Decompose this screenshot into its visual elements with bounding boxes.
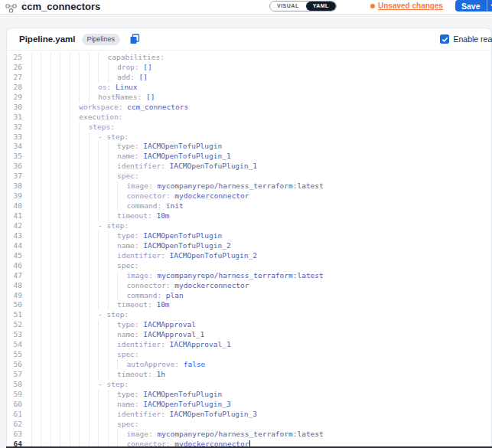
yaml-key: add:: [117, 73, 135, 83]
code-line[interactable]: 48connector: mydockerconnector: [7, 281, 491, 291]
code-line[interactable]: 25capabilities:: [7, 53, 491, 63]
indent-guide: [70, 211, 79, 221]
copy-icon[interactable]: [129, 34, 140, 44]
indent-guide: [31, 281, 41, 291]
indent-guide: [70, 330, 79, 340]
indent-guide: [41, 211, 50, 221]
line-number: 27: [7, 73, 22, 83]
code-line[interactable]: 50timeout: 10m: [7, 300, 491, 310]
indent-guide: [98, 330, 107, 340]
yaml-value: mycompanyrepo/harness_terraform:latest: [153, 430, 324, 440]
code-line[interactable]: 37spec:: [7, 172, 491, 181]
indent-guide: [79, 380, 88, 390]
code-line[interactable]: 34type: IACMOpenTofuPlugin: [7, 142, 491, 152]
indent-guide: [41, 73, 50, 83]
code-line[interactable]: 62spec:: [7, 420, 491, 430]
save-dropdown-button[interactable]: [487, 0, 492, 11]
code-line[interactable]: 43type: IACMOpenTofuPlugin: [7, 231, 491, 241]
indent-guide: [117, 271, 126, 281]
code-line[interactable]: 38image: mycompanyrepo/harness_terraform…: [7, 181, 491, 191]
indent-guide: [31, 63, 41, 73]
indent-guide: [89, 142, 98, 152]
indent-guide: [98, 53, 107, 63]
indent-guide: [51, 191, 60, 201]
indent-guide: [31, 300, 41, 310]
code-line[interactable]: 30workspace: ccm_connectors: [7, 103, 491, 113]
yaml-value: IACMApproval_1: [165, 340, 231, 350]
indent-guide: [89, 73, 98, 83]
code-line[interactable]: 40command: init: [7, 201, 491, 211]
code-line[interactable]: 36identifier: IACMOpenTofuPlugin_1: [7, 162, 491, 172]
code-line[interactable]: 35name: IACMOpenTofuPlugin_1: [7, 152, 491, 162]
code-line[interactable]: 41timeout: 10m: [7, 211, 491, 221]
code-line[interactable]: 59type: IACMOpenTofuPlugin: [7, 390, 491, 400]
code-line[interactable]: 26drop: []: [7, 63, 491, 73]
code-line[interactable]: 46spec:: [7, 261, 491, 271]
toggle-visual[interactable]: VISUAL: [270, 2, 306, 11]
code-line[interactable]: 29hostNames: []: [7, 93, 491, 103]
code-line[interactable]: 28os: Linux: [7, 83, 491, 93]
code-line[interactable]: 57timeout: 1h: [7, 370, 491, 380]
code-line[interactable]: 39connector: mydockerconnector: [7, 191, 491, 201]
code-line[interactable]: 49command: plan: [7, 291, 491, 301]
indent-guide: [79, 251, 88, 261]
code-line[interactable]: 42- step:: [7, 221, 491, 231]
indent-guide: [98, 400, 107, 410]
indent-guide: [31, 241, 41, 251]
line-number: 32: [7, 123, 22, 132]
indent-guide: [79, 132, 88, 142]
code-line[interactable]: 45identifier: IACMOpenTofuPlugin_2: [7, 251, 491, 261]
yaml-value: mydockerconnector: [171, 281, 249, 291]
code-line[interactable]: 31execution:: [7, 113, 491, 123]
indent-guide: [41, 370, 50, 380]
code-line[interactable]: 44name: IACMOpenTofuPlugin_2: [7, 241, 491, 251]
yaml-editor[interactable]: 25capabilities:26drop: []27add: []28os: …: [7, 51, 491, 448]
toggle-yaml[interactable]: YAML: [306, 2, 336, 11]
indent-guide: [60, 360, 69, 370]
indent-guide: [117, 181, 126, 191]
indent-guide: [31, 310, 41, 320]
indent-guide: [31, 211, 41, 221]
file-name-label: Pipeline.yaml: [19, 34, 76, 44]
code-line[interactable]: 53name: IACMApproval_1: [7, 330, 491, 340]
code-line[interactable]: 51- step:: [7, 310, 491, 320]
indent-guide: [89, 93, 98, 103]
code-line[interactable]: 58- step:: [7, 380, 491, 390]
indent-guide: [51, 271, 60, 281]
indent-guide: [79, 281, 88, 291]
line-number: 36: [7, 162, 22, 172]
yaml-value: 10m: [152, 300, 170, 310]
indent-guide: [79, 93, 88, 103]
code-line[interactable]: 47image: mycompanyrepo/harness_terraform…: [7, 271, 491, 281]
indent-guide: [41, 132, 50, 142]
indent-guide: [89, 281, 98, 291]
indent-guide: [70, 251, 79, 261]
indent-guide: [98, 370, 107, 380]
code-line[interactable]: 56autoApprove: false: [7, 360, 491, 370]
code-line[interactable]: 60name: IACMOpenTofuPlugin_3: [7, 400, 491, 410]
indent-guide: [79, 191, 88, 201]
code-line[interactable]: 61identifier: IACMOpenTofuPlugin_3: [7, 410, 491, 420]
indent-guide: [79, 211, 88, 221]
indent-guide: [51, 410, 60, 420]
code-line[interactable]: 33- step:: [7, 132, 491, 142]
code-line[interactable]: 52type: IACMApproval: [7, 320, 491, 330]
indent-guide: [70, 191, 79, 201]
indent-guide: [60, 430, 69, 440]
code-line[interactable]: 55spec:: [7, 350, 491, 360]
code-line[interactable]: 27add: []: [7, 73, 491, 83]
line-number: 29: [7, 93, 22, 103]
indent-guide: [41, 103, 50, 113]
unsaved-changes-link[interactable]: Unsaved changes: [378, 2, 443, 10]
code-line[interactable]: 32steps:: [7, 123, 491, 132]
code-line[interactable]: 54identifier: IACMApproval_1: [7, 340, 491, 350]
indent-guide: [31, 410, 41, 420]
code-line[interactable]: 63image: mycompanyrepo/harness_terraform…: [7, 430, 491, 440]
line-number: 31: [7, 113, 22, 123]
indent-guide: [89, 340, 98, 350]
enable-read-write-checkbox[interactable]: [440, 34, 449, 44]
line-number: 34: [7, 142, 22, 152]
yaml-key: identifier:: [117, 340, 165, 350]
indent-guide: [60, 123, 69, 132]
save-button[interactable]: Save: [455, 0, 487, 11]
